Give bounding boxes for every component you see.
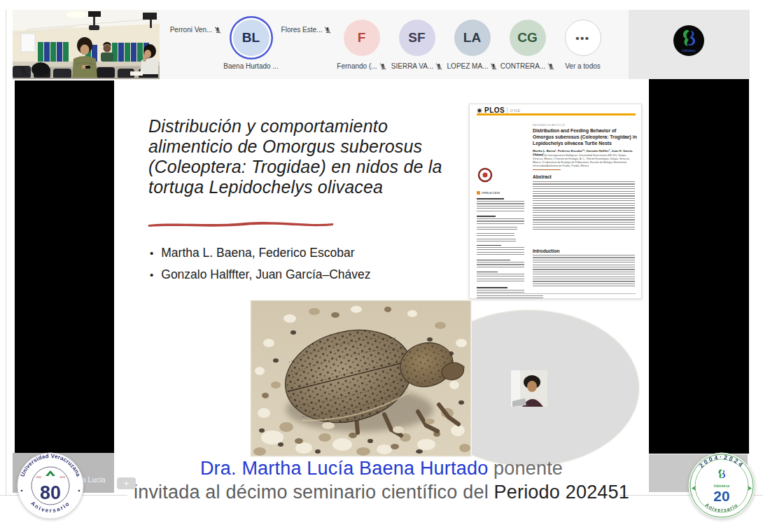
participant-strip: Perroni Ven... BL Baena Hurtado ... Flor… — [168, 10, 610, 79]
plos-orange-rule — [477, 113, 636, 115]
muted-mic-icon — [490, 63, 497, 70]
avatar-initials-text: F — [358, 30, 366, 46]
participant-perroni[interactable]: Perroni Ven... — [168, 10, 223, 79]
see-all-label: Ver a todos — [565, 62, 601, 70]
inbioteca-20-anniversary-badge: 2004·2024 Aniversario Inbioteca 20 — [688, 452, 755, 519]
muted-mic-icon — [18, 66, 29, 76]
copyright-block — [477, 245, 524, 257]
participant-name: SIERRA VA... — [391, 62, 433, 70]
uv-year-right: 2024 — [59, 476, 65, 479]
inbioteca-logo-icon: inbiotec — [675, 27, 703, 55]
add-video-button[interactable]: + — [117, 477, 136, 489]
muted-mic-icon — [547, 63, 554, 70]
window-left-border — [6, 10, 6, 495]
crossmark-badge — [477, 167, 493, 183]
participant-flores[interactable]: Flores Este... — [279, 10, 334, 79]
beetle-photo — [251, 300, 471, 456]
bullet-icon: • — [150, 242, 153, 264]
slide-letterbox-right — [649, 79, 749, 454]
slide-letterbox-left — [15, 80, 114, 453]
classroom-video-frame — [13, 10, 160, 79]
muted-mic-icon — [214, 27, 221, 34]
uv-year-left: 1944 — [36, 476, 41, 479]
uv-80-anniversary-badge: Universidad Veracruzana Aniversario 1944… — [17, 452, 84, 519]
published-block — [477, 239, 524, 241]
more-participants-icon: ••• — [565, 20, 601, 56]
introduction-text-lines — [533, 255, 635, 288]
ellipsis-icon: ••• — [575, 32, 589, 44]
room-video-tile[interactable] — [13, 10, 160, 79]
participant-sierra[interactable]: SF SIERRA VA... — [389, 10, 444, 79]
avatar-initials-text: CG — [517, 30, 538, 46]
paper-sidebar: OPEN ACCESS — [477, 191, 524, 298]
muted-mic-icon — [379, 63, 386, 70]
open-access-row: OPEN ACCESS — [477, 191, 524, 195]
caption-text: invitada al décimo seminario científico … — [134, 482, 494, 503]
abstract-text-lines — [533, 181, 635, 231]
speaker-role: ponente — [488, 458, 563, 479]
participant-name: Baena Hurtado ... — [223, 62, 278, 70]
open-access-icon — [477, 191, 480, 195]
plos-star-icon — [477, 108, 482, 113]
participant-lopez[interactable]: LA LOPEZ MA... — [444, 10, 500, 79]
paper-title: Distribution and Feeding Behavior of Omo… — [533, 127, 638, 146]
bullet-icon: • — [150, 264, 153, 286]
article-type: RESEARCH ARTICLE — [533, 123, 565, 127]
slide-title: Distribución y comportamiento alimentici… — [148, 116, 498, 197]
plus-icon: + — [124, 479, 130, 488]
editor-block — [477, 216, 524, 224]
speaker-name: Dra. Martha Lucía Baena Hurtado — [200, 458, 488, 479]
org-logo-avatar[interactable]: inbiotec — [673, 25, 704, 56]
participant-name: CONTRERA... — [500, 62, 545, 70]
author-line: •Gonzalo Halffter, Juan García–Chávez — [150, 264, 371, 286]
slide-authors: •Martha L. Baena, Federico Escobar •Gonz… — [150, 242, 371, 286]
participant-name: LOPEZ MA... — [447, 62, 489, 70]
accepted-block — [477, 233, 524, 236]
author-line: •Martha L. Baena, Federico Escobar — [150, 242, 371, 264]
muted-mic-icon — [324, 27, 331, 34]
app-window: Perroni Ven... BL Baena Hurtado ... Flor… — [0, 0, 763, 532]
avatar-initials: CG — [510, 20, 546, 56]
participant-fernando[interactable]: F Fernando (... — [334, 10, 389, 79]
see-all-participants-button[interactable]: ••• Ver a todos — [555, 10, 610, 79]
muted-mic-icon — [435, 63, 442, 70]
participant-baena-hurtado[interactable]: BL Baena Hurtado ... — [223, 10, 279, 79]
paper-affiliations: 1 Instituto de Investigaciones Biológica… — [533, 154, 636, 168]
abstract-heading: Abstract — [533, 174, 552, 179]
uv-number: 80 — [40, 482, 61, 503]
avatar-initials: SF — [399, 20, 435, 56]
red-underline — [147, 218, 336, 231]
author-names: Gonzalo Halffter, Juan García–Chávez — [161, 264, 370, 286]
avatar-initials: F — [344, 20, 380, 56]
data-availability-block — [477, 260, 524, 269]
avatar-initials-text: LA — [463, 30, 481, 46]
author-names: Martha L. Baena, Federico Escobar — [161, 242, 354, 264]
avatar-initials: LA — [454, 20, 491, 56]
paper-thumbnail: PLOS ONE RESEARCH ARTICLE Distribution a… — [469, 104, 642, 299]
participant-name: Fernando (... — [337, 62, 377, 70]
journal-edition: ONE — [510, 108, 521, 113]
funding-block — [477, 272, 524, 284]
org-avatar-text: inbiotec — [682, 48, 696, 52]
corresponding-author-link — [533, 169, 561, 170]
received-block — [477, 227, 524, 230]
inbioteca-number: 20 — [713, 488, 729, 504]
paper-footer — [477, 293, 636, 298]
introduction-heading: Introduction — [533, 248, 559, 253]
caption-period: Periodo 202451 — [494, 482, 629, 503]
avatar-initials-active: BL — [233, 20, 270, 56]
participant-name: Perroni Ven... — [170, 26, 213, 34]
avatar-initials-text: SF — [408, 30, 425, 46]
citation-block — [477, 198, 524, 213]
participant-name: Flores Este... — [281, 26, 323, 34]
avatar-initials-text: BL — [242, 30, 260, 46]
participant-contreras[interactable]: CG CONTRERA... — [500, 10, 555, 79]
